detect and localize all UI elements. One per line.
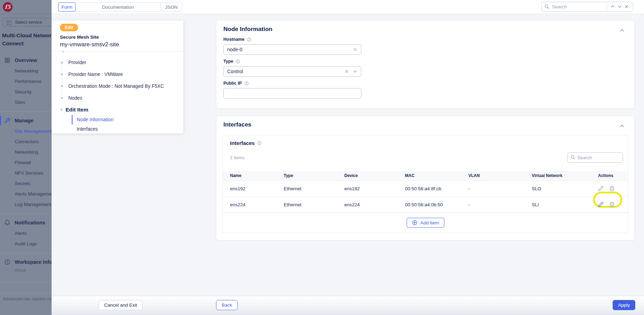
search-input[interactable] xyxy=(552,4,605,9)
workspace-title: Multi-Cloud Network Connect xyxy=(0,26,52,47)
sidebar-item-about[interactable]: About xyxy=(15,267,52,276)
column-header-actions: Actions xyxy=(598,171,629,180)
cell-actions xyxy=(598,180,629,197)
topbar: FormDocumentationJSON xyxy=(52,0,644,14)
sidebar-item-alerts[interactable]: Alerts xyxy=(15,228,52,238)
back-button[interactable]: Back xyxy=(216,300,238,310)
table-row-ens192[interactable]: ens192 Ethernet ens192 00:50:56:a4:8f:cb… xyxy=(223,180,629,197)
search-next-button[interactable] xyxy=(616,3,623,10)
sidebar-item-log-management[interactable]: Log Management xyxy=(15,199,52,209)
tab-json[interactable]: JSON xyxy=(160,2,182,11)
hostname-field: Hostname xyxy=(223,37,627,55)
sidebar-section-header[interactable]: Manage xyxy=(0,115,52,126)
column-header-name: Name xyxy=(223,171,284,180)
sidebar-section-header[interactable]: Notifications xyxy=(0,217,52,228)
edit-badge: Edit xyxy=(60,24,78,31)
tab-form[interactable]: Form xyxy=(58,2,76,11)
wizard-step-orchestration-mode[interactable]: Orchestration Mode : Not Managed By F5XC xyxy=(60,80,175,92)
public-ip-field: Public IP xyxy=(223,81,627,99)
collapse-chevron-icon[interactable] xyxy=(619,28,625,34)
sidebar-item-connectors[interactable]: Connectors xyxy=(15,136,52,147)
tab-documentation[interactable]: Documentation xyxy=(75,2,161,11)
sidebar-section-notifications: Notifications AlertsAudit Logs xyxy=(0,214,52,253)
wizard-step-label: Orchestration Mode : Not Managed By F5XC xyxy=(68,84,164,89)
add-item-button[interactable]: Add Item xyxy=(407,218,444,228)
f5-logo[interactable]: f5 xyxy=(3,2,13,12)
sidebar: f5 Select service Multi-Cloud Network Co… xyxy=(0,0,52,315)
sidebar-item-performance[interactable]: Performance xyxy=(15,76,52,86)
wizard-edit-item[interactable]: Edit Item xyxy=(61,107,175,113)
column-header-virtual-network: Virtual Network xyxy=(532,171,598,180)
sidebar-item-sites[interactable]: Sites xyxy=(15,97,52,107)
wizard-divider xyxy=(52,51,183,52)
interfaces-search-input[interactable] xyxy=(577,155,620,160)
cell-name: ens192 xyxy=(223,180,284,197)
sidebar-item-audit-logs[interactable]: Audit Logs xyxy=(15,238,52,249)
wizard-step-label: Nodes xyxy=(68,95,82,101)
delete-trash-icon[interactable] xyxy=(609,186,615,191)
sidebar-item-secrets[interactable]: Secrets xyxy=(15,178,52,189)
sidebar-section-label: Notifications xyxy=(15,220,45,225)
sidebar-item-security[interactable]: Security xyxy=(15,86,52,97)
sidebar-item-networking[interactable]: Networking xyxy=(15,147,52,157)
type-select-value[interactable] xyxy=(227,69,344,74)
sidebar-item-nfv-services[interactable]: NFV Services xyxy=(15,168,52,178)
wizard-substep-node-information[interactable]: Node Information xyxy=(72,115,175,124)
sidebar-section-header[interactable]: Workspace Info xyxy=(0,257,52,267)
sidebar-item-networking[interactable]: Networking xyxy=(15,66,52,76)
sidebar-section-manage: Manage Site ManagementConnectorsNetworki… xyxy=(0,112,52,214)
sidebar-item-alerts-management[interactable]: Alerts Management xyxy=(15,189,52,199)
wizard-step-nodes[interactable]: Nodes xyxy=(60,92,175,104)
wizard-edit-item-children: Node InformationInterfaces xyxy=(72,115,175,134)
cell-actions xyxy=(598,197,629,213)
type-select[interactable] xyxy=(223,66,361,77)
table-header-row: NameTypeDeviceMACVLANVirtual NetworkActi… xyxy=(223,171,629,180)
wizard-step-label: Provider Name : VMWare xyxy=(68,72,123,77)
app-canvas: f5 Select service Multi-Cloud Network Co… xyxy=(0,0,644,315)
public-ip-input[interactable] xyxy=(227,91,358,96)
cell-virtual-network: SLO xyxy=(532,180,598,197)
active-indicator xyxy=(0,218,1,227)
search-close-button[interactable] xyxy=(623,3,630,10)
edit-pencil-icon[interactable] xyxy=(598,186,604,191)
cell-device: ens224 xyxy=(344,197,405,213)
interfaces-title: Interfaces xyxy=(223,121,627,128)
public-ip-label: Public IP xyxy=(223,81,242,86)
interfaces-card: Interfaces Interfaces 2 items NameTypeDe… xyxy=(216,116,634,240)
hostname-input[interactable] xyxy=(227,47,353,52)
chevron-down-icon[interactable] xyxy=(353,69,358,74)
select-service-button[interactable]: Select service xyxy=(3,18,52,26)
wizard-substep-interfaces[interactable]: Interfaces xyxy=(72,124,175,134)
search-icon xyxy=(544,4,550,9)
global-search xyxy=(541,2,633,11)
chevron-down-icon xyxy=(61,49,65,54)
sidebar-item-firewall[interactable]: Firewall xyxy=(15,157,52,168)
collapse-chevron-icon[interactable] xyxy=(619,123,625,129)
wizard-step-provider-name[interactable]: Provider Name : VMWare xyxy=(60,68,175,80)
cell-mac: 00:50:56:a4:0b:50 xyxy=(405,197,468,213)
apply-button[interactable]: Apply xyxy=(613,300,635,310)
search-prev-button[interactable] xyxy=(609,3,616,10)
advanced-nav-note: Advanced nav options visible xyxy=(0,293,52,301)
sidebar-section-header[interactable]: Overview xyxy=(0,55,52,66)
cell-mac: 00:50:56:a4:8f:cb xyxy=(405,180,468,197)
sidebar-item-site-management[interactable]: Site Management xyxy=(15,126,52,136)
logo-bar: f5 xyxy=(0,0,52,14)
cancel-and-exit-button[interactable]: Cancel and Exit xyxy=(99,300,143,310)
clear-icon[interactable] xyxy=(344,69,349,74)
edit-pencil-icon[interactable] xyxy=(598,202,604,207)
step-bullet-icon xyxy=(61,97,63,99)
wizard-step-provider[interactable]: Provider xyxy=(60,56,175,68)
wrench-icon xyxy=(4,117,10,124)
column-header-mac: MAC xyxy=(405,171,468,180)
wizard-steps: Provider Provider Name : VMWare Orchestr… xyxy=(60,56,175,104)
info-icon xyxy=(257,141,262,145)
delete-trash-icon[interactable] xyxy=(609,202,615,207)
select-service-label: Select service xyxy=(15,20,42,25)
hostname-label: Hostname xyxy=(223,37,244,42)
type-field: Type xyxy=(223,59,627,77)
table-row-ens224[interactable]: ens224 Ethernet ens224 00:50:56:a4:0b:50… xyxy=(223,197,629,213)
sidebar-section-label: Workspace Info xyxy=(15,259,52,265)
info-icon xyxy=(247,37,251,42)
clear-icon[interactable] xyxy=(353,47,358,52)
